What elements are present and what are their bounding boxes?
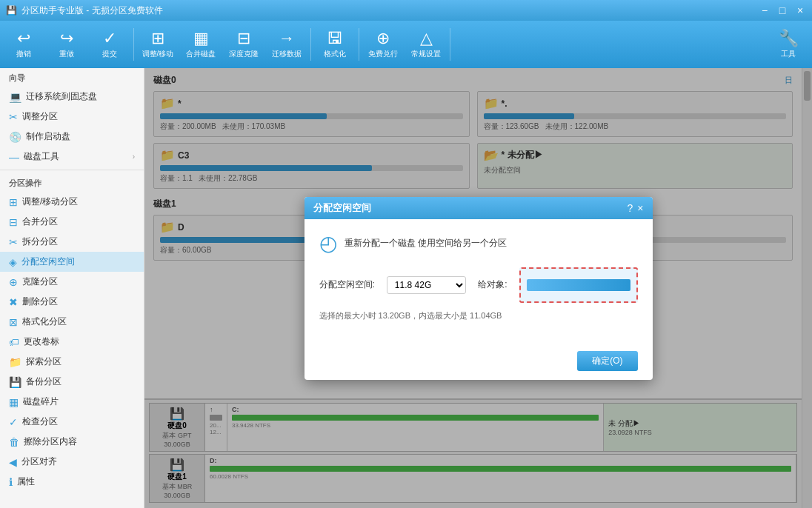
free-icon: ⊕ bbox=[376, 30, 390, 47]
toolbar-resize-label: 调整/移动 bbox=[142, 49, 174, 59]
toolbar-divider-3 bbox=[359, 28, 359, 61]
app-title: 分区助手专业版 - 无损分区免费软件 bbox=[21, 4, 163, 17]
sidebar: 向导 💻 迁移系统到固态盘 ✂ 调整分区 💿 制作启动盘 — 磁盘工具 › 分区… bbox=[0, 68, 144, 508]
toolbar-migrate[interactable]: → 迁移数据 bbox=[266, 24, 307, 65]
sidebar-label-label: 更改卷标 bbox=[24, 335, 59, 348]
sidebar-item-free-space[interactable]: ◈ 分配空闲空间 bbox=[0, 252, 144, 272]
toolbar-clone[interactable]: ⊟ 深度克隆 bbox=[223, 24, 264, 65]
format-part-icon: ⊠ bbox=[9, 316, 18, 328]
toolbar-apply[interactable]: ✓ 提交 bbox=[89, 24, 130, 65]
format-icon: 🖫 bbox=[327, 30, 343, 47]
clone-icon: ⊟ bbox=[237, 30, 250, 47]
clone-part-icon: ⊕ bbox=[9, 276, 18, 288]
modal-title: 分配空闲空间 bbox=[313, 201, 371, 215]
sidebar-item-status[interactable]: ℹ 属性 bbox=[0, 472, 144, 492]
sidebar-item-format-part[interactable]: ⊠ 格式化分区 bbox=[0, 312, 144, 332]
toolbar: ↩ 撤销 ↪ 重做 ✓ 提交 ⊞ 调整/移动 ▦ 合并磁盘 ⊟ 深度克隆 → 迁… bbox=[0, 21, 812, 68]
sidebar-item-resize-part[interactable]: ✂ 调整分区 bbox=[0, 107, 144, 127]
toolbar-settings-label: 常规设置 bbox=[411, 49, 441, 59]
sidebar-label-merge: 合并分区 bbox=[22, 215, 58, 228]
backup-icon: 💾 bbox=[9, 376, 21, 388]
split-icon: ✂ bbox=[9, 236, 18, 248]
sidebar-item-delete[interactable]: ✖ 删除分区 bbox=[0, 292, 144, 312]
sidebar-label-check: 检查分区 bbox=[22, 415, 58, 428]
toolbar-divider-2 bbox=[310, 28, 311, 61]
wrench-icon: — bbox=[9, 151, 19, 163]
toolbar-free[interactable]: ⊕ 免费兑行 bbox=[362, 24, 404, 65]
sidebar-section-partition: 分区操作 bbox=[0, 173, 144, 192]
sidebar-item-extend-sys[interactable]: 💻 迁移系统到固态盘 bbox=[0, 87, 144, 107]
sidebar-label-backup: 备份分区 bbox=[26, 375, 61, 388]
toolbar-undo-label: 撤销 bbox=[16, 49, 31, 59]
toolbar-settings[interactable]: △ 常规设置 bbox=[405, 24, 447, 65]
sidebar-item-wipe[interactable]: 🗑 擦除分区内容 bbox=[0, 432, 144, 452]
modal-size-bar bbox=[527, 279, 630, 291]
modal-overlay: 分配空闲空间 ? × ◴ 重新分配一个磁盘 使用空间给另一个分区 分配空闲空间:… bbox=[144, 68, 812, 508]
modal-desc-row: ◴ 重新分配一个磁盘 使用空间给另一个分区 bbox=[319, 231, 638, 255]
titlebar-left: 💾 分区助手专业版 - 无损分区免费软件 bbox=[6, 4, 163, 17]
toolbar-migrate-label: 迁移数据 bbox=[272, 49, 302, 59]
sidebar-label-defrag: 磁盘碎片 bbox=[23, 395, 59, 408]
toolbar-format[interactable]: 🖫 格式化 bbox=[314, 24, 356, 65]
sidebar-item-clone-part[interactable]: ⊕ 克隆分区 bbox=[0, 272, 144, 292]
sidebar-label-extend-sys: 迁移系统到固态盘 bbox=[26, 90, 97, 103]
delete-icon: ✖ bbox=[9, 296, 18, 308]
modal-help-button[interactable]: ? bbox=[628, 202, 633, 214]
sidebar-item-explore[interactable]: 📁 探索分区 bbox=[0, 352, 144, 372]
maximize-button[interactable]: □ bbox=[776, 4, 788, 16]
toolbar-divider-1 bbox=[133, 28, 134, 61]
free-space-icon: ◈ bbox=[9, 256, 17, 268]
toolbar-tools[interactable]: 🔧 工具 bbox=[768, 24, 809, 65]
sidebar-label-explore: 探索分区 bbox=[26, 355, 61, 368]
tools-icon: 🔧 bbox=[779, 30, 799, 47]
sidebar-item-defrag[interactable]: ▦ 磁盘碎片 bbox=[0, 392, 144, 412]
sidebar-item-resize-move[interactable]: ⊞ 调整/移动分区 bbox=[0, 192, 144, 212]
modal-footer: 确定(O) bbox=[304, 345, 653, 380]
toolbar-resize[interactable]: ⊞ 调整/移动 bbox=[137, 24, 179, 65]
align-icon: ◀ bbox=[9, 456, 17, 468]
modal-titlebar: 分配空闲空间 ? × bbox=[304, 197, 653, 219]
sidebar-item-split[interactable]: ✂ 拆分分区 bbox=[0, 232, 144, 252]
sidebar-item-tools-expand[interactable]: — 磁盘工具 › bbox=[0, 147, 144, 167]
modal-hint: 选择的最大小时 13.20GB，内选最大小是 11.04GB bbox=[319, 310, 638, 321]
sidebar-item-align[interactable]: ◀ 分区对齐 bbox=[0, 452, 144, 472]
toolbar-apply-label: 提交 bbox=[102, 49, 117, 59]
sidebar-label-make-boot: 制作启动盘 bbox=[26, 130, 70, 143]
modal-dialog: 分配空闲空间 ? × ◴ 重新分配一个磁盘 使用空间给另一个分区 分配空闲空间:… bbox=[304, 197, 653, 380]
close-button[interactable]: × bbox=[794, 4, 806, 16]
sidebar-label-split: 拆分分区 bbox=[22, 235, 58, 248]
merge-disk-icon: ▦ bbox=[193, 30, 209, 47]
toolbar-tools-label: 工具 bbox=[781, 49, 796, 59]
modal-form-select-from[interactable]: 11.8 42G bbox=[387, 276, 466, 294]
sidebar-item-merge[interactable]: ⊟ 合并分区 bbox=[0, 212, 144, 232]
redo-icon: ↪ bbox=[60, 30, 73, 47]
sidebar-label-clone-part: 克隆分区 bbox=[22, 275, 58, 288]
sidebar-label-delete: 删除分区 bbox=[22, 295, 58, 308]
settings-icon: △ bbox=[420, 30, 433, 47]
titlebar: 💾 分区助手专业版 - 无损分区免费软件 − □ × bbox=[0, 0, 812, 21]
toolbar-undo[interactable]: ↩ 撤销 bbox=[3, 24, 44, 65]
sidebar-item-label[interactable]: 🏷 更改卷标 bbox=[0, 332, 144, 352]
app-icon: 💾 bbox=[6, 5, 17, 16]
modal-close-button[interactable]: × bbox=[637, 202, 643, 214]
explore-icon: 📁 bbox=[9, 356, 21, 368]
modal-desc-text: 重新分配一个磁盘 使用空间给另一个分区 bbox=[345, 237, 507, 250]
sidebar-section-wizard: 向导 bbox=[0, 68, 144, 87]
toolbar-redo[interactable]: ↪ 重做 bbox=[46, 24, 87, 65]
minimize-button[interactable]: − bbox=[759, 4, 771, 16]
sidebar-label-wipe: 擦除分区内容 bbox=[24, 435, 77, 448]
check-icon: ✓ bbox=[9, 416, 18, 428]
modal-form-label-from: 分配空闲空间: bbox=[319, 278, 375, 291]
sidebar-item-check[interactable]: ✓ 检查分区 bbox=[0, 412, 144, 432]
sidebar-item-backup[interactable]: 💾 备份分区 bbox=[0, 372, 144, 392]
apply-icon: ✓ bbox=[103, 30, 116, 47]
sidebar-item-make-boot[interactable]: 💿 制作启动盘 bbox=[0, 127, 144, 147]
laptop-icon: 💻 bbox=[9, 91, 21, 103]
sidebar-label-format-part: 格式化分区 bbox=[22, 315, 67, 328]
modal-ok-button[interactable]: 确定(O) bbox=[577, 351, 637, 371]
undo-icon: ↩ bbox=[17, 30, 30, 47]
defrag-icon: ▦ bbox=[9, 396, 19, 408]
toolbar-merge-disk[interactable]: ▦ 合并磁盘 bbox=[180, 24, 222, 65]
toolbar-divider-4 bbox=[450, 28, 450, 61]
disc-icon: 💿 bbox=[9, 131, 21, 143]
